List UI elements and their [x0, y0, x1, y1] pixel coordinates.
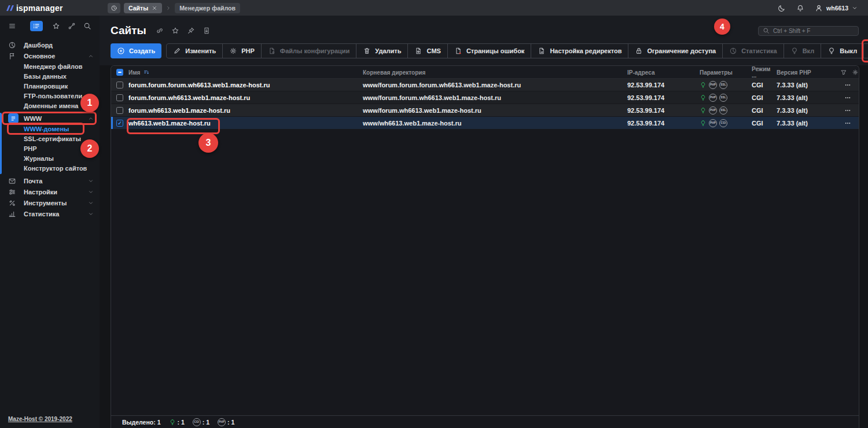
search-icon[interactable]	[83, 22, 91, 30]
toolbar-button-label: Ограничение доступа	[647, 47, 716, 54]
sidebar-item-настройки[interactable]: Настройки	[0, 186, 100, 197]
sidebar-item-инструменты[interactable]: Инструменты	[0, 197, 100, 208]
search-input[interactable]	[773, 28, 854, 34]
dashboard-icon	[8, 41, 19, 49]
sidebar-item-www-домены[interactable]: WWW-домены	[0, 124, 100, 134]
toolbar-button-label: CMS	[426, 47, 440, 54]
toolbar-button-создать[interactable]: Создать	[111, 43, 161, 58]
content-area: ИмяКорневая директорияIP-адресаПараметры…	[100, 65, 868, 428]
tools-icon	[8, 199, 19, 207]
menu-list-icon[interactable]	[30, 21, 43, 31]
tab-label: Менеджер файлов	[179, 5, 236, 12]
toolbar-button-удалить[interactable]: Удалить	[356, 44, 407, 58]
badge-ssl: SSL	[719, 81, 727, 89]
dark-mode-moon-icon[interactable]	[778, 4, 786, 12]
tab-close-icon[interactable]	[152, 5, 157, 11]
column-header-label: Параметры	[700, 69, 733, 76]
row-checkbox[interactable]: ✓	[116, 120, 123, 127]
sidebar-item-планировщик[interactable]: Планировщик	[0, 81, 100, 91]
toolbar-button-страницы-ошибок[interactable]: Страницы ошибок	[447, 44, 531, 58]
pie-icon	[729, 47, 737, 55]
table-row[interactable]: forum.forum.wh6613.web1.maze-host.ruwww/…	[111, 91, 859, 104]
toolbar-button-файлы-сайта[interactable]: Файлы сайта	[863, 44, 868, 58]
link-icon[interactable]	[156, 27, 164, 35]
sort-icon	[143, 69, 150, 76]
gear-icon	[229, 47, 237, 55]
star-icon[interactable]	[171, 27, 179, 35]
row-checkbox[interactable]	[116, 107, 123, 114]
sidebar-item-php[interactable]: PHP	[0, 143, 100, 153]
chevron-down-icon	[88, 211, 94, 217]
toolbar-button-label: Вкл	[803, 47, 815, 54]
notifications-bell-icon[interactable]	[796, 4, 804, 12]
sidebar-item-почта[interactable]: Почта	[0, 175, 100, 186]
route-icon[interactable]	[68, 22, 76, 30]
gear-icon[interactable]	[852, 69, 859, 76]
toolbar-button-изменить[interactable]: Изменить	[167, 44, 222, 58]
header-checkbox-cell	[111, 69, 128, 76]
more-icon[interactable]	[844, 94, 851, 101]
bulb-icon	[790, 47, 799, 55]
sidebar-item-менеджер-файлов[interactable]: Менеджер файлов	[0, 61, 100, 71]
sidebar-item-ftp-пользователи[interactable]: FTP-пользователи	[0, 91, 100, 101]
column-header-0[interactable]: Имя	[128, 69, 363, 76]
tab-sites[interactable]: Сайты	[124, 3, 162, 13]
php-version-cell: 7.3.33 (alt)	[777, 107, 840, 114]
pin-icon[interactable]	[187, 27, 195, 35]
more-icon[interactable]	[844, 120, 851, 127]
toolbar-button-настройка-редиректов[interactable]: Настройка редиректов	[531, 44, 628, 58]
table-header: ИмяКорневая директорияIP-адресаПараметры…	[111, 66, 859, 79]
table-row[interactable]: ✓wh6613.web1.maze-host.ruwww/wh6613.web1…	[111, 117, 859, 130]
badge-cgi: CGI	[719, 119, 727, 127]
hamburger-icon[interactable]	[8, 22, 16, 30]
sidebar-item-конструктор-сайтов[interactable]: Конструктор сайтов	[0, 163, 100, 173]
vendor-footer-link[interactable]: Maze-Host © 2019-2022	[8, 416, 72, 422]
badge-php: PHP	[218, 418, 226, 426]
parameters-cell: PHPSSL	[700, 106, 752, 115]
table-row[interactable]: forum.forum.forum.wh6613.web1.maze-host.…	[111, 79, 859, 91]
topbar-actions: wh6613	[778, 4, 868, 12]
column-header-4: Режим ...	[752, 66, 777, 79]
row-checkbox[interactable]	[116, 82, 123, 88]
sidebar-item-label: WWW-домены	[24, 126, 69, 132]
export-icon[interactable]	[203, 27, 211, 35]
toolbar-button-выкл[interactable]: Выкл	[821, 44, 863, 58]
sidebar-icon-row	[0, 16, 100, 36]
funnel-icon[interactable]	[840, 69, 847, 76]
sidebar-item-основное[interactable]: Основное	[0, 50, 100, 61]
more-icon[interactable]	[844, 107, 851, 114]
row-checkbox[interactable]	[116, 94, 123, 101]
parameters-cell: PHPSSL	[700, 81, 752, 89]
tab-file-manager[interactable]: Менеджер файлов	[175, 3, 240, 13]
sidebar-item-базы-данных[interactable]: Базы данных	[0, 71, 100, 81]
toolbar-button-ограничение-доступа[interactable]: Ограничение доступа	[628, 44, 722, 58]
toolbar-button-вкл[interactable]: Вкл	[784, 44, 821, 58]
clock-history-icon	[111, 5, 117, 12]
chevron-down-icon	[88, 200, 94, 206]
sidebar-item-журналы[interactable]: Журналы	[0, 153, 100, 163]
star-icon[interactable]	[52, 22, 60, 30]
table-row[interactable]: forum.wh6613.web1.maze-host.ruwww/forum.…	[111, 104, 859, 117]
history-tab-button[interactable]	[108, 3, 120, 13]
toolbar-button-файлы-конфигурации[interactable]: Файлы конфигурации	[261, 44, 356, 58]
global-search[interactable]	[758, 26, 859, 36]
sidebar-item-www[interactable]: WWW	[0, 113, 100, 124]
domain-name: forum.forum.wh6613.web1.maze-host.ru	[128, 94, 250, 101]
sidebar-item-статистика[interactable]: Статистика	[0, 208, 100, 219]
sidebar-item-доменные-имена[interactable]: Доменные имена	[0, 101, 100, 110]
select-all-checkbox[interactable]	[116, 69, 123, 76]
sidebar-item-дашборд[interactable]: Дашборд	[0, 39, 100, 50]
toolbar-button-статистика[interactable]: Статистика	[722, 44, 784, 58]
bulb-on-icon	[700, 82, 707, 88]
more-icon[interactable]	[844, 82, 851, 88]
column-header-label: Версия PHP	[777, 69, 811, 76]
top-bar: ispmanager СайтыМенеджер файлов wh6613	[0, 0, 868, 16]
badge-cgi: CGI	[193, 418, 201, 426]
toolbar-button-php[interactable]: PHP	[222, 44, 261, 58]
mode-cell: CGI	[752, 82, 777, 88]
toolbar-button-cms[interactable]: CMS	[407, 44, 447, 58]
sidebar-item-label: Инструменты	[24, 200, 67, 206]
user-menu[interactable]: wh6613	[815, 4, 858, 12]
sidebar-item-ssl-сертификаты[interactable]: SSL-сертификаты	[0, 134, 100, 143]
row-actions-cell	[840, 82, 859, 88]
